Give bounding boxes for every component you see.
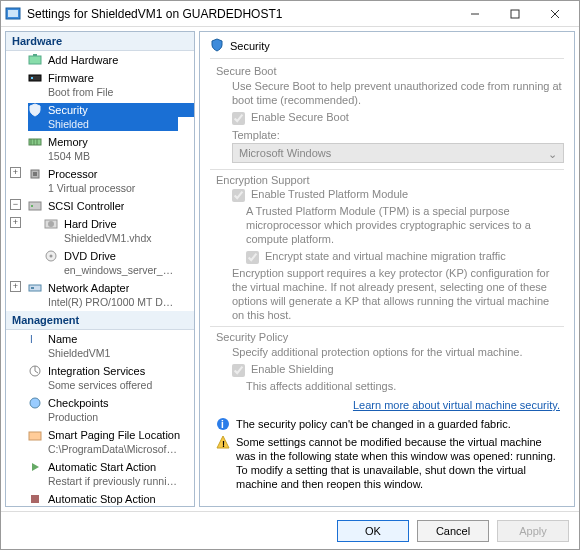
svg-rect-16	[29, 202, 41, 210]
tree-processor[interactable]: + Processor 1 Virtual processor	[6, 165, 194, 197]
pane-title: Security	[230, 40, 270, 52]
tpm-desc: A Trusted Platform Module (TPM) is a spe…	[246, 204, 564, 246]
apply-button[interactable]: Apply	[497, 520, 569, 542]
template-dropdown: Microsoft Windows ⌄	[232, 143, 564, 163]
info-message: i The security policy can't be changed i…	[216, 417, 558, 431]
group-security-policy: Security Policy	[216, 331, 564, 343]
secure-boot-desc: Use Secure Boot to help prevent unauthor…	[232, 79, 564, 107]
learn-more-link[interactable]: Learn more about virtual machine securit…	[214, 399, 560, 411]
window-title: Settings for ShieldedVM1 on GUARDEDHOST1	[27, 7, 455, 21]
tree-security[interactable]: Security Shielded	[6, 101, 194, 133]
chevron-down-icon: ⌄	[548, 148, 557, 161]
group-encryption: Encryption Support	[216, 174, 564, 186]
svg-rect-8	[29, 75, 41, 81]
tree-smart-paging[interactable]: Smart Paging File Location C:\ProgramDat…	[6, 426, 194, 458]
dialog-footer: OK Cancel Apply	[1, 511, 579, 549]
dvd-icon	[44, 249, 58, 263]
template-label: Template:	[232, 129, 564, 141]
collapse-toggle[interactable]: −	[10, 199, 21, 210]
encrypt-state-checkbox: Encrypt state and virtual machine migrat…	[246, 250, 564, 264]
memory-icon	[28, 135, 42, 149]
group-secure-boot: Secure Boot	[216, 65, 564, 77]
tree-firmware[interactable]: Firmware Boot from File	[6, 69, 194, 101]
cancel-button[interactable]: Cancel	[417, 520, 489, 542]
shield-icon	[210, 38, 224, 54]
tree-checkpoints[interactable]: Checkpoints Production	[6, 394, 194, 426]
svg-rect-7	[33, 54, 37, 56]
tree-integration-services[interactable]: Integration Services Some services offer…	[6, 362, 194, 394]
svg-point-26	[30, 398, 40, 408]
minimize-button[interactable]	[455, 2, 495, 26]
name-icon: I	[28, 332, 42, 346]
folder-icon	[28, 428, 42, 442]
start-action-icon	[28, 460, 42, 474]
expand-toggle[interactable]: +	[10, 281, 21, 292]
settings-tree[interactable]: Hardware Add Hardware Firmware Boot from…	[5, 31, 195, 507]
svg-rect-22	[29, 285, 41, 291]
shield-icon	[28, 103, 42, 117]
svg-text:!: !	[222, 439, 225, 449]
secpol-desc: Specify additional protection options fo…	[232, 345, 564, 359]
tree-hard-drive[interactable]: + Hard Drive ShieldedVM1.vhdx	[6, 215, 194, 247]
expand-toggle[interactable]: +	[10, 167, 21, 178]
svg-rect-27	[29, 432, 41, 440]
info-text: The security policy can't be changed in …	[236, 417, 511, 431]
enable-shielding-input	[232, 364, 245, 377]
enable-secure-boot-input	[232, 112, 245, 125]
warning-text: Some settings cannot be modified because…	[236, 435, 558, 491]
pane-header: Security	[210, 38, 564, 59]
tree-auto-start[interactable]: Automatic Start Action Restart if previo…	[6, 458, 194, 490]
enable-tpm-input	[232, 189, 245, 202]
enable-shielding-checkbox: Enable Shielding	[232, 363, 564, 377]
shielding-desc: This affects additional settings.	[246, 379, 564, 393]
encryption-desc: Encryption support requires a key protec…	[232, 266, 564, 322]
svg-rect-6	[29, 56, 41, 64]
svg-text:i: i	[221, 419, 224, 430]
tree-add-hardware[interactable]: Add Hardware	[6, 51, 194, 69]
ok-button[interactable]: OK	[337, 520, 409, 542]
encrypt-state-input	[246, 251, 259, 264]
svg-point-21	[50, 255, 53, 258]
security-pane: Security Secure Boot Use Secure Boot to …	[199, 31, 575, 507]
services-icon	[28, 364, 42, 378]
svg-rect-23	[31, 287, 34, 289]
svg-rect-1	[8, 10, 18, 17]
close-button[interactable]	[535, 2, 575, 26]
svg-rect-15	[33, 172, 37, 176]
svg-rect-9	[31, 77, 33, 79]
expand-toggle[interactable]: +	[10, 217, 21, 228]
tree-dvd-drive[interactable]: DVD Drive en_windows_server_2016_x6...	[6, 247, 194, 279]
controller-icon	[28, 199, 42, 213]
stop-action-icon	[28, 492, 42, 506]
enable-secure-boot-checkbox: Enable Secure Boot	[232, 111, 564, 125]
warning-message: ! Some settings cannot be modified becau…	[216, 435, 558, 491]
add-hardware-icon	[28, 53, 42, 67]
tree-auto-stop[interactable]: Automatic Stop Action Save	[6, 490, 194, 507]
tree-memory[interactable]: Memory 1504 MB	[6, 133, 194, 165]
hard-drive-icon	[44, 217, 58, 231]
info-icon: i	[216, 417, 230, 431]
svg-text:I: I	[30, 334, 33, 345]
firmware-icon	[28, 71, 42, 85]
enable-tpm-checkbox: Enable Trusted Platform Module	[232, 188, 564, 202]
svg-marker-28	[32, 463, 39, 471]
network-icon	[28, 281, 42, 295]
tree-network-adapter[interactable]: + Network Adapter Intel(R) PRO/1000 MT D…	[6, 279, 194, 311]
warning-icon: !	[216, 435, 230, 449]
maximize-button[interactable]	[495, 2, 535, 26]
svg-rect-29	[31, 495, 39, 503]
tree-name[interactable]: IName ShieldedVM1	[6, 330, 194, 362]
svg-rect-3	[511, 10, 519, 18]
processor-icon	[28, 167, 42, 181]
settings-icon	[5, 6, 21, 22]
section-hardware: Hardware	[6, 32, 194, 51]
title-bar: Settings for ShieldedVM1 on GUARDEDHOST1	[1, 1, 579, 27]
section-management: Management	[6, 311, 194, 330]
checkpoint-icon	[28, 396, 42, 410]
svg-point-17	[31, 205, 33, 207]
tree-scsi[interactable]: − SCSI Controller	[6, 197, 194, 215]
svg-point-19	[48, 221, 54, 227]
